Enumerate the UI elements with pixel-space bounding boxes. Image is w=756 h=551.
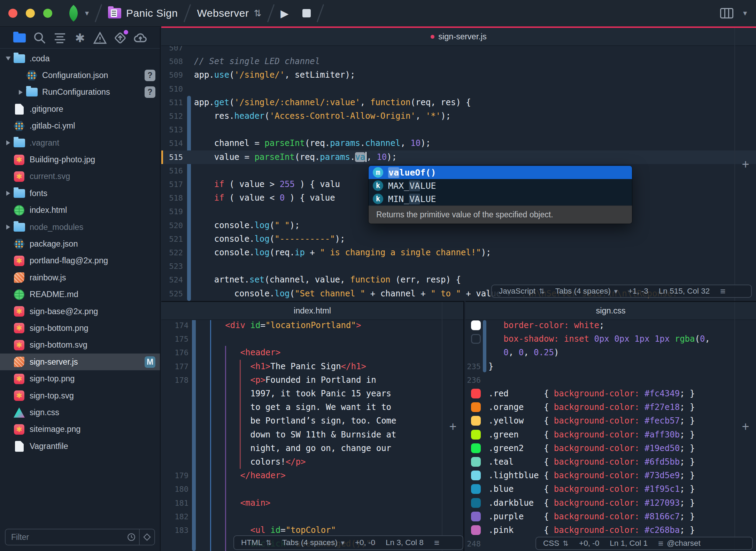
chevron-down-icon[interactable]: ▾ xyxy=(743,9,747,18)
file-name: .coda xyxy=(30,54,50,63)
file-tree-item[interactable]: ✱sign-base@2x.png xyxy=(0,303,160,320)
editor-pane-sign-css: border-color: white; box-shadow: inset 0… xyxy=(465,301,756,551)
file-tree-item[interactable]: rainbow.js xyxy=(0,269,160,286)
zoom-button[interactable] xyxy=(43,9,52,18)
image-file-icon: ✱ xyxy=(13,171,25,183)
filter-input[interactable] xyxy=(6,533,124,542)
line-number: 523 xyxy=(161,259,183,273)
file-tree-item[interactable]: fonts xyxy=(0,185,160,202)
file-tree-item[interactable]: Configuration.json? xyxy=(0,67,160,84)
file-tree-item[interactable]: .coda xyxy=(0,50,160,67)
layout-columns-icon[interactable] xyxy=(720,8,733,18)
file-tree-item[interactable]: README.md xyxy=(0,286,160,303)
publish-icon[interactable] xyxy=(133,30,148,46)
status-menu[interactable]: ≡ xyxy=(434,537,439,548)
files-icon[interactable] xyxy=(12,30,27,46)
indentation-select[interactable]: Tabs (4 spaces)▾ xyxy=(282,538,345,547)
minimize-button[interactable] xyxy=(26,9,35,18)
file-tree-item[interactable]: .gitignore xyxy=(0,101,160,117)
filter-options-icon[interactable] xyxy=(139,529,154,545)
line-number: 514 xyxy=(161,137,183,150)
line-number: 178 xyxy=(161,373,188,387)
new-tab-button[interactable]: + xyxy=(442,302,463,551)
status-menu[interactable]: ≡ @charset xyxy=(658,538,701,549)
editor-tab-bar: index.html xyxy=(161,302,463,320)
snippets-icon[interactable]: ✱ xyxy=(72,30,87,46)
code-line: 510 xyxy=(161,82,756,96)
line-number: 181 xyxy=(161,496,188,510)
language-select[interactable]: HTML⇅ xyxy=(241,538,272,547)
file-tree-item[interactable]: ✱sign-bottom.svg xyxy=(0,337,160,354)
file-tree-item[interactable]: .gitlab-ci.yml xyxy=(0,118,160,134)
file-tree-item[interactable]: ✱siteimage.png xyxy=(0,421,160,438)
color-swatch[interactable] xyxy=(471,334,481,344)
line-number: 524 xyxy=(161,273,183,287)
color-swatch[interactable] xyxy=(471,457,481,467)
color-swatch[interactable] xyxy=(471,512,481,521)
code-editor-html[interactable]: 174 <div id="locationPortland">175176 <h… xyxy=(161,302,463,551)
source-control-icon[interactable] xyxy=(113,30,128,46)
file-tree-item[interactable]: ✱sign-bottom.png xyxy=(0,320,160,336)
nova-leaf-logo-icon[interactable] xyxy=(65,5,82,22)
color-swatch[interactable] xyxy=(471,402,481,412)
tab-title[interactable]: sign-server.js xyxy=(438,32,486,41)
project-name[interactable]: Panic Sign xyxy=(126,7,178,19)
autocomplete-item[interactable]: kMIN_VALUE xyxy=(369,192,632,205)
code-line: to get a sign. We want it to xyxy=(161,401,463,414)
indentation-select[interactable]: Tabs (4 spaces)▾ xyxy=(555,287,618,296)
color-swatch[interactable] xyxy=(471,471,481,480)
file-tree-item[interactable]: sign-server.jsM xyxy=(0,354,160,370)
disclosure-chevron-icon[interactable] xyxy=(15,90,26,95)
line-number: 236 xyxy=(465,373,481,387)
file-name: sign-top.svg xyxy=(30,391,74,401)
image-file-icon: ✱ xyxy=(13,322,25,334)
file-tree-item[interactable]: index.html xyxy=(0,202,160,219)
color-swatch[interactable] xyxy=(471,430,481,440)
tab-title[interactable]: sign.css xyxy=(596,306,626,316)
file-tree-item[interactable]: Vagrantfile xyxy=(0,438,160,455)
language-select[interactable]: JavaScript⇅ xyxy=(499,287,545,296)
recent-clock-icon[interactable] xyxy=(124,529,139,545)
close-button[interactable] xyxy=(8,9,17,18)
status-menu[interactable]: ≡ xyxy=(720,286,725,297)
language-select[interactable]: CSS⇅ xyxy=(543,539,569,548)
code-editor-javascript[interactable]: 507508// Set single LED channel509app.us… xyxy=(161,28,756,301)
tab-title[interactable]: index.html xyxy=(294,306,331,316)
autocomplete-item[interactable]: kMAX_VALUE xyxy=(369,179,632,192)
stop-button[interactable] xyxy=(302,9,311,17)
disclosure-chevron-icon[interactable] xyxy=(3,225,13,230)
file-tree-item[interactable]: .vagrant xyxy=(0,134,160,151)
file-tree-item[interactable]: package.json xyxy=(0,235,160,252)
image-file-icon: ✱ xyxy=(13,339,25,351)
color-swatch[interactable] xyxy=(471,443,481,453)
file-tree-item[interactable]: ✱sign-top.svg xyxy=(0,387,160,404)
color-swatch[interactable] xyxy=(471,416,481,426)
search-icon[interactable] xyxy=(32,30,47,46)
disclosure-chevron-icon[interactable] xyxy=(3,56,13,61)
file-tree-item[interactable]: ✱current.svg xyxy=(0,168,160,185)
color-swatch[interactable] xyxy=(471,320,481,330)
cursor-position: Ln 515, Col 32 xyxy=(659,287,710,296)
color-swatch[interactable] xyxy=(471,389,481,398)
disclosure-chevron-icon[interactable] xyxy=(3,191,13,196)
file-tree-item[interactable]: ✱portland-flag@2x.png xyxy=(0,253,160,269)
file-tree-item[interactable]: sign.css xyxy=(0,404,160,421)
file-tree-item[interactable]: ✱Building-photo.jpg xyxy=(0,151,160,168)
file-tree-item[interactable]: node_modules xyxy=(0,219,160,235)
new-tab-button[interactable]: + xyxy=(734,302,756,551)
color-swatch[interactable] xyxy=(471,484,481,494)
code-editor-css[interactable]: border-color: white; box-shadow: inset 0… xyxy=(465,302,756,551)
issues-icon[interactable] xyxy=(92,30,108,46)
file-tree-item[interactable]: ✱sign-top.png xyxy=(0,370,160,387)
disclosure-chevron-icon[interactable] xyxy=(3,140,13,145)
symbols-icon[interactable] xyxy=(52,30,68,46)
color-swatch[interactable] xyxy=(471,498,481,508)
autocomplete-item[interactable]: mvalueOf() xyxy=(369,166,632,179)
run-button[interactable]: ▶ xyxy=(280,7,288,20)
run-configuration-select[interactable]: Webserver ⇅ xyxy=(197,7,261,19)
chevron-down-icon[interactable]: ▾ xyxy=(85,9,89,18)
new-tab-button[interactable]: + xyxy=(734,28,756,301)
folder-file-icon xyxy=(13,53,25,64)
color-swatch[interactable] xyxy=(471,525,481,535)
file-tree-item[interactable]: RunConfigurations? xyxy=(0,84,160,101)
